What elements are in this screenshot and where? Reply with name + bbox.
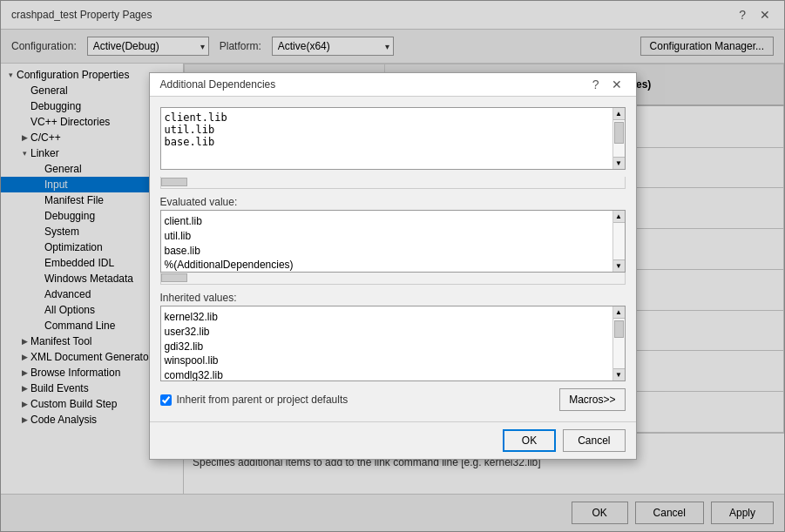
- checkbox-macros-row: Inherit from parent or project defaults …: [160, 388, 626, 411]
- scrollbar-down-arrow[interactable]: ▼: [613, 157, 625, 169]
- inh-scrollbar: ▲ ▼: [612, 306, 625, 380]
- inh-val-2: user32.lib: [165, 325, 609, 340]
- eval-val-4: %(AdditionalDependencies): [165, 258, 609, 272]
- eval-val-2: util.lib: [165, 229, 609, 244]
- inh-val-4: winspool.lib: [165, 354, 609, 368]
- modal-title: Additional Dependencies: [160, 78, 276, 91]
- modal-footer-right: OK Cancel: [503, 429, 626, 452]
- inh-scroll-up[interactable]: ▲: [613, 306, 625, 319]
- inh-val-5: comdlg32.lib: [165, 368, 609, 380]
- modal-close-button[interactable]: ✕: [608, 78, 626, 91]
- inherited-label: Inherited values:: [160, 292, 626, 304]
- evaluated-section: Evaluated value: client.lib util.lib bas…: [160, 196, 626, 285]
- modal-footer: OK Cancel: [150, 421, 636, 459]
- eval-val-3: base.lib: [165, 244, 609, 259]
- edit-area-container: client.lib util.lib base.lib ▲ ▼: [160, 107, 626, 170]
- edit-hscrollbar-thumb[interactable]: [161, 178, 187, 186]
- scrollbar-thumb[interactable]: [614, 122, 624, 144]
- inherited-section: Inherited values: kernel32.lib user32.li…: [160, 292, 626, 381]
- modal-ok-button[interactable]: OK: [503, 429, 556, 452]
- scrollbar-up-arrow[interactable]: ▲: [613, 108, 625, 120]
- evaluated-box: client.lib util.lib base.lib %(Additiona…: [161, 211, 612, 272]
- inh-val-3: gdi32.lib: [165, 340, 609, 354]
- inherit-checkbox[interactable]: [160, 394, 172, 406]
- eval-val-1: client.lib: [165, 214, 609, 229]
- edit-scrollbar: ▲ ▼: [612, 108, 625, 169]
- modal-cancel-button[interactable]: Cancel: [563, 429, 625, 452]
- inherit-checkbox-row: Inherit from parent or project defaults: [160, 394, 349, 406]
- eval-scroll-down[interactable]: ▼: [613, 259, 625, 272]
- scrollbar-track: [613, 120, 625, 157]
- macros-button[interactable]: Macros>>: [559, 388, 625, 411]
- inherited-box: kernel32.lib user32.lib gdi32.lib winspo…: [161, 306, 612, 380]
- inh-scroll-track: [613, 319, 625, 368]
- modal-help-button[interactable]: ?: [589, 78, 603, 91]
- inh-val-1: kernel32.lib: [165, 310, 609, 325]
- inh-scroll-thumb[interactable]: [614, 320, 624, 338]
- eval-scrollbar: ▲ ▼: [612, 211, 625, 272]
- modal-overlay: Additional Dependencies ? ✕ client.lib u…: [0, 0, 785, 532]
- eval-hscrollbar-thumb[interactable]: [161, 273, 187, 282]
- edit-textarea[interactable]: client.lib util.lib base.lib: [161, 108, 612, 169]
- evaluated-label: Evaluated value:: [160, 196, 626, 208]
- inh-scroll-down[interactable]: ▼: [613, 368, 625, 380]
- eval-scroll-up[interactable]: ▲: [613, 211, 625, 223]
- inherit-checkbox-label: Inherit from parent or project defaults: [177, 394, 349, 406]
- additional-dependencies-modal: Additional Dependencies ? ✕ client.lib u…: [149, 72, 637, 460]
- modal-controls: ? ✕: [589, 78, 626, 91]
- eval-scroll-track: [613, 223, 625, 259]
- eval-hscrollbar: [160, 273, 626, 285]
- modal-title-bar: Additional Dependencies ? ✕: [150, 73, 636, 97]
- modal-body: client.lib util.lib base.lib ▲ ▼ Evaluat…: [150, 97, 636, 421]
- edit-hscrollbar: [160, 177, 626, 189]
